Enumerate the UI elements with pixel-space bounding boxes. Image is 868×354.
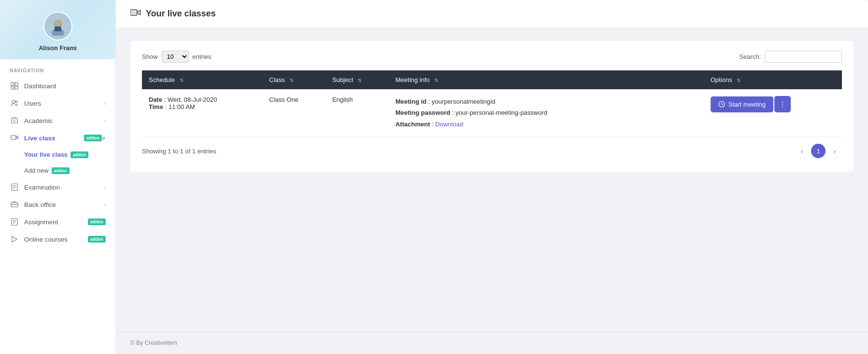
show-entries: Show 10 25 50 100 entries xyxy=(142,51,211,63)
sidebar-item-users[interactable]: Users › xyxy=(0,95,115,112)
col-subject[interactable]: Subject ⇅ xyxy=(325,70,389,89)
entries-label: entries xyxy=(193,53,211,60)
meeting-id-label: Meeting id xyxy=(395,98,426,105)
chevron-down-icon: ∨ xyxy=(102,135,106,141)
clock-icon xyxy=(718,101,725,108)
svg-rect-7 xyxy=(11,136,16,139)
addon-badge: addon xyxy=(88,236,106,243)
sort-icon: ⇅ xyxy=(358,78,362,83)
sidebar-item-label: Online courses xyxy=(24,236,85,243)
time-value: 11:00 AM xyxy=(168,103,195,110)
svg-rect-3 xyxy=(55,27,61,31)
search-input[interactable] xyxy=(765,51,842,63)
footer-text: © By Creativeitem xyxy=(130,340,177,346)
live-class-icon xyxy=(10,134,19,142)
start-meeting-button[interactable]: Start meeting xyxy=(711,96,773,112)
col-schedule[interactable]: Schedule ⇅ xyxy=(142,70,263,89)
academic-icon xyxy=(10,117,19,124)
sort-icon: ⇅ xyxy=(290,78,294,83)
video-icon xyxy=(130,9,141,18)
chevron-right-icon: › xyxy=(104,202,106,207)
next-page-button[interactable]: › xyxy=(827,144,842,158)
sort-icon: ⇅ xyxy=(180,78,183,83)
sidebar: Alison Frami NAVIGATION Dashboard Users … xyxy=(0,0,116,354)
sidebar-header: Alison Frami xyxy=(0,0,115,59)
date-label: Date xyxy=(149,96,162,103)
prev-page-button[interactable]: ‹ xyxy=(795,144,809,158)
table-body: Date : Wed, 08-Jul-2020 Time : 11:00 AM … xyxy=(142,89,842,137)
meeting-password-label: Meeting password xyxy=(395,109,450,116)
svg-marker-11 xyxy=(12,236,17,242)
options-cell: Start meeting ⋮ xyxy=(704,89,842,137)
more-options-button[interactable]: ⋮ xyxy=(774,96,791,112)
submenu-label: Add new xyxy=(24,167,49,174)
nav-section-label: NAVIGATION xyxy=(0,59,115,77)
sidebar-item-academic[interactable]: Academic › xyxy=(0,112,115,129)
main-content: Your live classes Show 10 25 50 100 entr… xyxy=(116,0,868,331)
users-icon xyxy=(10,99,19,107)
chevron-right-icon: › xyxy=(104,118,106,123)
schedule-cell: Date : Wed, 08-Jul-2020 Time : 11:00 AM xyxy=(142,89,263,137)
sidebar-item-assignment[interactable]: Assignment addon xyxy=(0,213,115,231)
examination-icon xyxy=(10,183,19,191)
show-label: Show xyxy=(142,53,158,60)
sort-icon: ⇅ xyxy=(737,78,741,83)
user-name: Alison Frami xyxy=(39,44,77,52)
sidebar-item-online-courses[interactable]: Online courses addon xyxy=(0,231,115,248)
avatar xyxy=(43,12,72,41)
col-options[interactable]: Options ⇅ xyxy=(704,70,842,89)
svg-point-4 xyxy=(12,100,15,103)
class-cell: Class One xyxy=(263,89,326,137)
sidebar-item-live-class[interactable]: Live class addon ∨ xyxy=(0,129,115,147)
table-header: Schedule ⇅ Class ⇅ Subject ⇅ Meeting i xyxy=(142,70,842,89)
dashboard-icon xyxy=(10,82,19,90)
addon-badge: addon xyxy=(88,218,106,225)
back-office-icon xyxy=(10,201,19,208)
date-separator: : xyxy=(162,96,168,103)
addon-badge: addon xyxy=(70,151,88,158)
submenu-item-add-new[interactable]: Add new addon xyxy=(0,163,115,178)
page-title-area: Your live classes xyxy=(116,0,868,27)
assignment-icon xyxy=(10,218,19,226)
table-controls: Show 10 25 50 100 entries Search: xyxy=(142,51,842,63)
page-1-button[interactable]: 1 xyxy=(811,144,826,158)
date-value: Wed, 08-Jul-2020 xyxy=(168,96,217,103)
footer: © By Creativeitem xyxy=(116,331,868,354)
sidebar-item-back-office[interactable]: Back office › xyxy=(0,196,115,213)
search-label: Search: xyxy=(739,53,761,60)
chevron-right-icon: › xyxy=(104,100,106,106)
entries-select[interactable]: 10 25 50 100 xyxy=(162,51,189,63)
meeting-info-cell: Meeting id : yourpersonalmeetingid Meeti… xyxy=(389,89,704,137)
search-area: Search: xyxy=(739,51,842,63)
sidebar-item-label: Live class xyxy=(24,135,81,142)
svg-rect-12 xyxy=(130,10,137,15)
subject-cell: English xyxy=(325,89,389,137)
sort-icon: ⇅ xyxy=(434,78,438,83)
addon-badge: addon xyxy=(84,135,102,141)
pagination-area: Showing 1 to 1 of 1 entries ‹ 1 › xyxy=(142,137,842,162)
submenu-item-your-live-class[interactable]: Your live class addon xyxy=(0,147,115,163)
sidebar-item-label: Dashboard xyxy=(24,82,106,90)
time-label: Time xyxy=(149,103,163,110)
meeting-info-text: Meeting id : yourpersonalmeetingid Meeti… xyxy=(395,96,697,130)
chevron-right-icon: › xyxy=(104,184,106,190)
sidebar-item-label: Academic xyxy=(24,117,104,124)
sidebar-item-label: Back office xyxy=(24,201,104,208)
sidebar-item-examination[interactable]: Examination › xyxy=(0,178,115,196)
page-title: Your live classes xyxy=(146,9,216,19)
col-class[interactable]: Class ⇅ xyxy=(263,70,326,89)
time-separator: : xyxy=(163,103,168,110)
online-courses-icon xyxy=(10,235,19,243)
download-link[interactable]: Download xyxy=(435,121,463,128)
live-class-submenu: Your live class addon Add new addon xyxy=(0,147,115,178)
table-row: Date : Wed, 08-Jul-2020 Time : 11:00 AM … xyxy=(142,89,842,137)
addon-badge: addon xyxy=(52,167,70,174)
main-content-area: Your live classes Show 10 25 50 100 entr… xyxy=(116,0,868,354)
sidebar-item-dashboard[interactable]: Dashboard xyxy=(0,77,115,95)
submenu-label: Your live class xyxy=(24,151,68,158)
meeting-id-value: yourpersonalmeetingid xyxy=(432,98,495,105)
col-meeting-info[interactable]: Meeting info ⇅ xyxy=(389,70,704,89)
sidebar-item-label: Users xyxy=(24,100,104,107)
svg-rect-6 xyxy=(12,118,17,123)
pagination-buttons: ‹ 1 › xyxy=(795,144,842,158)
